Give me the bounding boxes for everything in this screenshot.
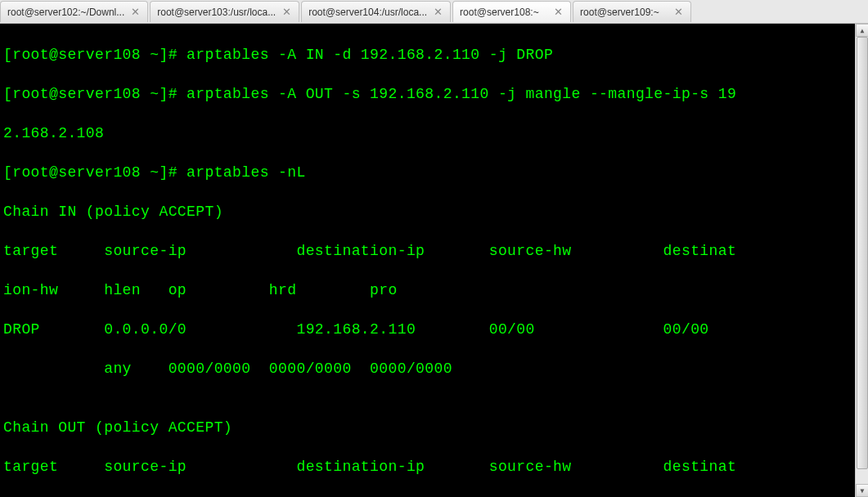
terminal-line: Chain IN (policy ACCEPT)	[3, 202, 865, 222]
close-icon[interactable]: ✕	[129, 6, 141, 18]
terminal-line: DROP 0.0.0.0/0 192.168.2.110 00/00 00/00	[3, 320, 865, 339]
tab-label: root@server102:~/Downl...	[7, 7, 124, 18]
terminal-line: Chain OUT (policy ACCEPT)	[3, 418, 865, 437]
tab-label: root@server104:/usr/loca...	[308, 7, 427, 18]
scroll-up-icon[interactable]: ▲	[856, 24, 868, 37]
close-icon[interactable]: ✕	[552, 6, 564, 18]
close-icon[interactable]: ✕	[281, 6, 292, 18]
terminal-line: 2.168.2.108	[3, 123, 865, 143]
tab-server103[interactable]: root@server103:/usr/loca... ✕	[150, 1, 299, 22]
tab-server104[interactable]: root@server104:/usr/loca... ✕	[301, 1, 451, 22]
terminal-line: target source-ip destination-ip source-h…	[3, 457, 865, 477]
scroll-down-icon[interactable]: ▼	[856, 484, 868, 497]
close-icon[interactable]: ✕	[432, 6, 443, 18]
scrollbar-thumb[interactable]	[857, 37, 868, 469]
terminal-output[interactable]: [root@server108 ~]# arptables -A IN -d 1…	[0, 24, 868, 497]
tab-server108[interactable]: root@server108:~ ✕	[452, 1, 571, 22]
terminal-line: [root@server108 ~]# arptables -A OUT -s …	[3, 84, 865, 104]
close-icon[interactable]: ✕	[672, 6, 684, 18]
tab-server102[interactable]: root@server102:~/Downl... ✕	[0, 1, 148, 22]
vertical-scrollbar[interactable]: ▲ ▼	[855, 24, 868, 497]
terminal-line: any 0000/0000 0000/0000 0000/0000	[3, 359, 865, 378]
tab-bar: root@server102:~/Downl... ✕ root@server1…	[0, 0, 868, 24]
tab-server109[interactable]: root@server109:~ ✕	[573, 1, 691, 22]
tab-label: root@server108:~	[460, 7, 547, 18]
tab-label: root@server103:/usr/loca...	[157, 7, 276, 18]
terminal-line: [root@server108 ~]# arptables -nL	[3, 163, 865, 182]
terminal-line: [root@server108 ~]# arptables -A IN -d 1…	[3, 45, 865, 65]
tab-label: root@server109:~	[580, 7, 668, 18]
terminal-line: target source-ip destination-ip source-h…	[3, 241, 865, 261]
terminal-line: ion-hw hlen op hrd pro	[3, 280, 865, 300]
